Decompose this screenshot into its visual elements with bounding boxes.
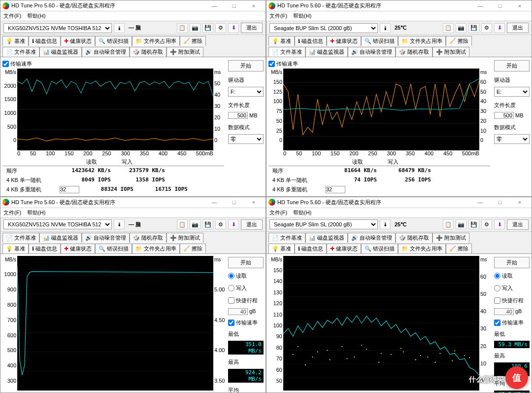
copy-icon[interactable]: 📋 (177, 219, 188, 229)
tab-monitor[interactable]: 📊磁盘监视器 (39, 47, 82, 57)
write-radio[interactable]: 写入 (494, 285, 530, 292)
maximize-button[interactable]: □ (490, 3, 510, 9)
options-icon[interactable]: ⚙ (481, 219, 492, 229)
tab-extra[interactable]: ➕附加测试 (166, 233, 203, 243)
filelen-input[interactable] (494, 112, 514, 119)
drive-select[interactable]: KXG50ZNV512G NVMe TOSHIBA 512GB (512 gB) (3, 219, 112, 229)
tab-erase[interactable]: 🧹擦除 (446, 244, 472, 253)
save-icon[interactable]: 💾 (468, 219, 479, 229)
screenshot-icon[interactable]: 📷 (456, 219, 466, 229)
menu-file[interactable]: 文件(F) (3, 12, 21, 20)
options-icon[interactable]: ⚙ (481, 23, 492, 33)
menu-help[interactable]: 帮助(H) (27, 209, 45, 216)
menu-file[interactable]: 文件(F) (269, 12, 287, 20)
options-icon[interactable]: ⚙ (215, 23, 226, 33)
tab-aam[interactable]: 🔊自动噪音管理 (348, 47, 396, 57)
tab-random[interactable]: 🎲随机存取 (396, 47, 432, 57)
close-button[interactable]: × (244, 3, 264, 9)
tab-extra[interactable]: ➕附加测试 (432, 47, 469, 57)
datamode-select[interactable]: 零 (228, 134, 264, 144)
tab-health[interactable]: ✚健康状态 (61, 244, 95, 253)
close-button[interactable]: × (510, 199, 530, 205)
menu-help[interactable]: 帮助(H) (293, 209, 311, 216)
refresh-icon[interactable]: ⬇ (228, 23, 239, 33)
menu-help[interactable]: 帮助(H) (293, 12, 311, 20)
transfer-rate-checkbox[interactable]: 传输速率 (494, 319, 530, 326)
tab-random[interactable]: 🎲随机存取 (130, 233, 166, 243)
tab-errscan[interactable]: 🔍错误扫描 (95, 36, 132, 46)
close-button[interactable]: × (510, 3, 530, 9)
menu-help[interactable]: 帮助(H) (27, 12, 45, 20)
screenshot-icon[interactable]: 📷 (190, 219, 200, 229)
datamode-select[interactable]: 零 (494, 134, 530, 144)
read-radio[interactable]: 读取 (228, 272, 264, 280)
copy-icon[interactable]: 📋 (443, 23, 454, 33)
drive-letter-select[interactable]: F: (228, 87, 264, 97)
maximize-button[interactable]: □ (490, 199, 510, 205)
drive-select[interactable]: Seagate BUP Slim SL (2000 gB) (269, 219, 378, 229)
save-icon[interactable]: 💾 (202, 23, 213, 33)
tab-diskinfo[interactable]: ℹ磁盘信息 (29, 244, 61, 253)
screenshot-icon[interactable]: 📷 (190, 23, 200, 33)
minimize-button[interactable]: — (204, 3, 224, 9)
tab-folder[interactable]: 📁文件夹占用率 (398, 36, 446, 46)
minimize-button[interactable]: — (204, 199, 224, 205)
refresh-icon[interactable]: ⬇ (494, 219, 505, 229)
screenshot-icon[interactable]: 📷 (456, 23, 466, 33)
minimize-button[interactable]: — (470, 3, 490, 9)
drive-letter-select[interactable]: E: (494, 87, 530, 97)
tab-extra[interactable]: ➕附加测试 (432, 233, 469, 243)
minimize-button[interactable]: — (470, 199, 490, 205)
tab-aam[interactable]: 🔊自动噪音管理 (82, 47, 130, 57)
tab-diskinfo[interactable]: ℹ磁盘信息 (295, 244, 327, 253)
shortstroke-checkbox[interactable]: 快捷行程 (228, 297, 264, 304)
copy-icon[interactable]: 📋 (443, 219, 454, 229)
queue-depth-input[interactable] (60, 186, 79, 193)
tab-erase[interactable]: 🧹擦除 (180, 36, 206, 46)
tab-folder[interactable]: 📁文件夹占用率 (398, 244, 446, 253)
refresh-icon[interactable]: ⬇ (228, 219, 239, 229)
tab-random[interactable]: 🎲随机存取 (396, 233, 432, 243)
transfer-rate-checkbox[interactable]: 传输速率 (228, 319, 264, 326)
menu-file[interactable]: 文件(F) (269, 209, 287, 216)
start-button[interactable]: 开始 (494, 257, 530, 268)
tab-filebench[interactable]: 📄文件基准 (268, 47, 305, 57)
exit-button[interactable]: 退出 (507, 23, 529, 33)
tab-erase[interactable]: 🧹擦除 (180, 244, 206, 253)
transfer-rate-checkbox[interactable]: 传输速率 (2, 60, 224, 68)
tab-diskinfo[interactable]: ℹ磁盘信息 (295, 36, 327, 46)
save-icon[interactable]: 💾 (468, 23, 479, 33)
write-radio[interactable]: 写入 (228, 285, 264, 292)
tab-erase[interactable]: 🧹擦除 (446, 36, 472, 46)
tab-health[interactable]: ✚健康状态 (327, 244, 361, 253)
maximize-button[interactable]: □ (224, 199, 244, 205)
tab-monitor[interactable]: 📊磁盘监视器 (305, 47, 348, 57)
tab-basic[interactable]: 💡基准 (2, 36, 29, 46)
tab-folder[interactable]: 📁文件夹占用率 (132, 36, 180, 46)
start-button[interactable]: 开始 (228, 257, 264, 268)
menu-file[interactable]: 文件(F) (3, 209, 21, 216)
tab-folder[interactable]: 📁文件夹占用率 (132, 244, 180, 253)
tab-basic[interactable]: 💡基准 (2, 244, 29, 253)
tab-errscan[interactable]: 🔍错误扫描 (95, 244, 132, 253)
tab-health[interactable]: ✚健康状态 (327, 36, 361, 46)
copy-icon[interactable]: 📋 (177, 23, 188, 33)
tab-basic[interactable]: 💡基准 (268, 244, 295, 253)
options-icon[interactable]: ⚙ (215, 219, 226, 229)
exit-button[interactable]: 退出 (241, 23, 263, 33)
drive-select[interactable]: Seagate BUP Slim SL (2000 gB) (269, 23, 378, 33)
tab-errscan[interactable]: 🔍错误扫描 (361, 36, 398, 46)
exit-button[interactable]: 退出 (241, 219, 263, 230)
tab-monitor[interactable]: 📊磁盘监视器 (305, 233, 348, 243)
exit-button[interactable]: 退出 (507, 219, 529, 230)
tab-monitor[interactable]: 📊磁盘监视器 (39, 233, 82, 243)
refresh-icon[interactable]: ⬇ (494, 23, 505, 33)
shortstroke-checkbox[interactable]: 快捷行程 (494, 297, 530, 304)
transfer-rate-checkbox[interactable]: 传输速率 (268, 60, 490, 68)
tab-diskinfo[interactable]: ℹ磁盘信息 (29, 36, 61, 46)
start-button[interactable]: 开始 (228, 60, 264, 71)
filelen-input[interactable] (228, 112, 248, 119)
tab-filebench[interactable]: 📄文件基准 (2, 47, 39, 57)
tab-aam[interactable]: 🔊自动噪音管理 (82, 233, 130, 243)
tab-aam[interactable]: 🔊自动噪音管理 (348, 233, 396, 243)
